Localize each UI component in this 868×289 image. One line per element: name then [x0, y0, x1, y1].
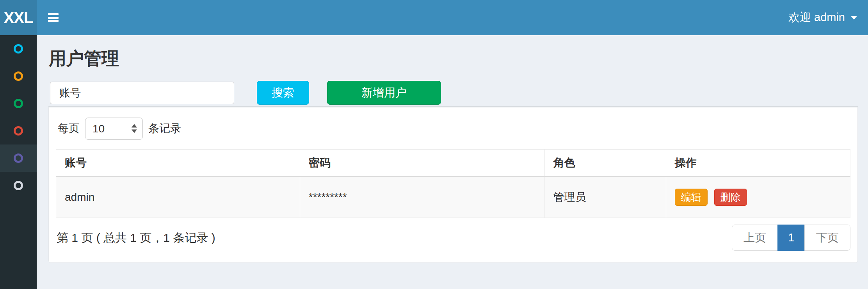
table-header-row: 账号 密码 角色 操作 [56, 149, 850, 177]
sidebar-item-5[interactable] [0, 144, 37, 172]
table-footer: 第 1 页 ( 总共 1 页，1 条记录 ) 上页 1 下页 [56, 225, 850, 251]
table-row: admin ********* 管理员 编辑 删除 [56, 177, 850, 218]
delete-button[interactable]: 删除 [714, 189, 747, 206]
cell-actions: 编辑 删除 [666, 177, 850, 218]
search-toolbar: 账号 搜索 新增用户 [50, 81, 441, 105]
hamburger-icon [48, 12, 59, 23]
col-header-account: 账号 [56, 149, 300, 177]
main-content: 用户管理 账号 搜索 新增用户 每页 10 条记录 [37, 35, 868, 289]
sidebar-item-2[interactable] [0, 62, 37, 90]
welcome-text: 欢迎 admin [788, 10, 845, 25]
circle-outline-icon [14, 44, 23, 54]
top-navbar: XXL 欢迎 admin [0, 0, 868, 35]
sidebar-toggle-button[interactable] [37, 0, 69, 35]
length-prefix-label: 每页 [58, 121, 80, 136]
user-dropdown[interactable]: 欢迎 admin [788, 0, 857, 35]
prev-page-button[interactable]: 上页 [732, 225, 778, 251]
next-page-button[interactable]: 下页 [804, 225, 850, 251]
caret-down-icon [851, 16, 857, 20]
col-header-password: 密码 [300, 149, 544, 177]
page-size-select-wrap: 10 [85, 118, 143, 140]
cell-password: ********* [300, 177, 544, 218]
users-table: 账号 密码 角色 操作 admin ********* 管理员 编辑 删除 [56, 149, 850, 218]
app-logo-text: XXL [4, 9, 33, 27]
pagination: 上页 1 下页 [732, 225, 850, 251]
sidebar-item-4[interactable] [0, 117, 37, 144]
cell-account: admin [56, 177, 300, 218]
data-panel: 每页 10 条记录 账号 密码 [48, 106, 858, 263]
sidebar-item-1[interactable] [0, 35, 37, 62]
account-search-group: 账号 [50, 82, 234, 104]
search-button[interactable]: 搜索 [257, 81, 309, 105]
app-root: XXL 欢迎 admin 用户管理 [0, 0, 868, 289]
circle-outline-icon [14, 99, 23, 108]
sidebar [0, 35, 37, 289]
sidebar-item-6[interactable] [0, 172, 37, 199]
cell-role: 管理员 [544, 177, 666, 218]
col-header-role: 角色 [544, 149, 666, 177]
circle-outline-icon [14, 126, 23, 136]
page-size-select[interactable]: 10 [85, 118, 143, 140]
page-length-control: 每页 10 条记录 [58, 117, 181, 140]
app-logo[interactable]: XXL [0, 0, 37, 35]
add-user-button[interactable]: 新增用户 [327, 81, 441, 105]
current-page-button[interactable]: 1 [777, 225, 805, 251]
pagination-info: 第 1 页 ( 总共 1 页，1 条记录 ) [57, 225, 215, 251]
circle-outline-icon [14, 71, 23, 81]
col-header-actions: 操作 [666, 149, 850, 177]
account-input[interactable] [90, 82, 234, 104]
circle-outline-icon [14, 153, 23, 163]
sidebar-item-3[interactable] [0, 90, 37, 117]
account-addon-label: 账号 [50, 82, 90, 104]
circle-outline-icon [14, 181, 23, 190]
page-title: 用户管理 [49, 47, 119, 70]
length-suffix-label: 条记录 [148, 121, 181, 136]
edit-button[interactable]: 编辑 [675, 189, 708, 206]
